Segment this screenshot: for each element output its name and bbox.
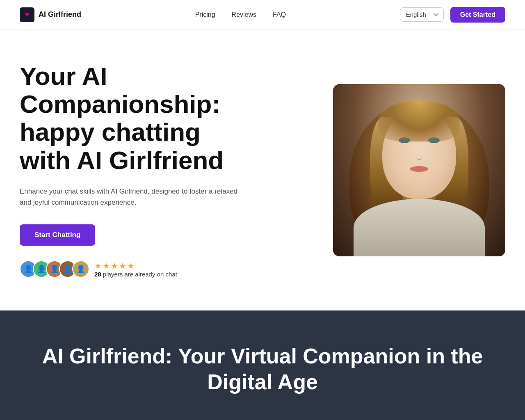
portrait-nose xyxy=(416,152,422,160)
hero-description: Enhance your chat skills with AI Girlfri… xyxy=(20,186,241,208)
portrait-shoulder xyxy=(354,199,485,256)
hero-content: Your AI Companionship: happy chatting wi… xyxy=(20,62,274,278)
hero-social-proof: 👤 👤 👤 👤 👤 ★★★★★ 28 players are already o… xyxy=(20,260,258,278)
nav-logo[interactable]: ♥ AI Girlfriend xyxy=(20,7,81,22)
player-count-number: 28 xyxy=(94,271,101,278)
avatar-group: 👤 👤 👤 👤 👤 xyxy=(20,260,89,278)
player-count-label: players are already on chat xyxy=(103,271,177,278)
section2: AI Girlfriend: Your Virtual Companion in… xyxy=(0,310,525,420)
get-started-button[interactable]: Get Started xyxy=(450,7,505,23)
language-selector[interactable]: English Spanish French German xyxy=(400,7,444,22)
portrait-background xyxy=(333,84,505,256)
player-count-text: 28 players are already on chat xyxy=(94,271,177,278)
avatar: 👤 xyxy=(72,260,89,278)
logo-text: AI Girlfriend xyxy=(39,10,81,19)
portrait-hair-front xyxy=(378,100,460,142)
hero-section: Your AI Companionship: happy chatting wi… xyxy=(0,30,525,310)
hero-image xyxy=(333,84,505,256)
nav-links: Pricing Reviews FAQ xyxy=(195,11,286,18)
start-chatting-button[interactable]: Start Chatting xyxy=(20,224,95,246)
hero-title: Your AI Companionship: happy chatting wi… xyxy=(20,62,258,174)
star-rating: ★★★★★ xyxy=(94,261,177,271)
nav-link-pricing[interactable]: Pricing xyxy=(195,11,215,18)
section2-title: AI Girlfriend: Your Virtual Companion in… xyxy=(20,343,505,395)
social-text: ★★★★★ 28 players are already on chat xyxy=(94,261,177,278)
nav-right: English Spanish French German Get Starte… xyxy=(400,7,505,23)
nav-link-reviews[interactable]: Reviews xyxy=(232,11,256,18)
portrait-lips xyxy=(410,166,428,172)
logo-icon: ♥ xyxy=(20,7,34,22)
navbar: ♥ AI Girlfriend Pricing Reviews FAQ Engl… xyxy=(0,0,525,30)
nav-link-faq[interactable]: FAQ xyxy=(273,11,286,18)
